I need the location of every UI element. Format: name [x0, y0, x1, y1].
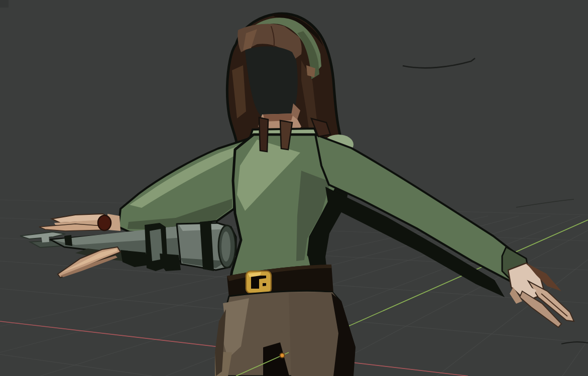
origin-point[interactable] [280, 353, 285, 358]
ui-corner-fragment [0, 0, 9, 8]
sleeve-opening[interactable] [98, 215, 111, 230]
barrel-fork-gap[interactable] [64, 235, 72, 246]
viewport-canvas[interactable] [0, 0, 588, 376]
muzzle-notch[interactable] [41, 235, 49, 242]
viewport-render [0, 0, 588, 376]
hair-strand[interactable] [259, 117, 268, 152]
stock-butt-inner[interactable] [221, 231, 230, 262]
pants[interactable] [215, 291, 356, 376]
